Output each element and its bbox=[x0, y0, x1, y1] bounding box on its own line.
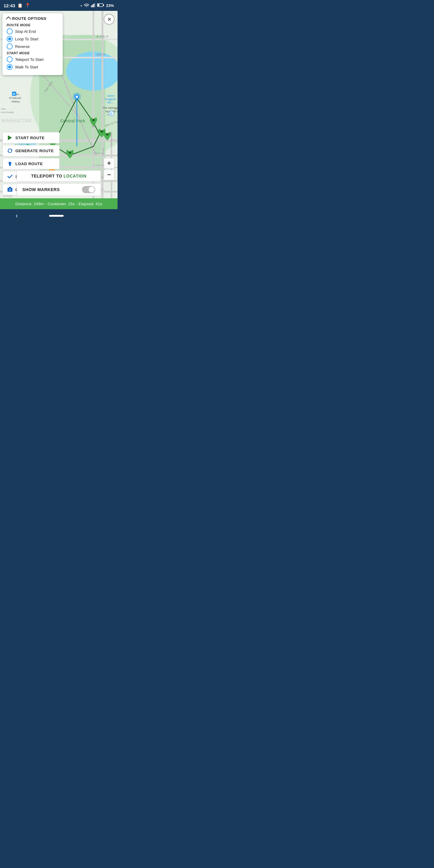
play-triangle-icon bbox=[8, 135, 12, 140]
loop-to-start-radio[interactable] bbox=[7, 36, 13, 42]
wifi-icon bbox=[84, 3, 89, 8]
show-markers-toggle[interactable] bbox=[82, 186, 95, 193]
stop-at-end-radio[interactable] bbox=[7, 28, 13, 34]
svg-point-56 bbox=[92, 119, 95, 121]
svg-text:93rd St: 93rd St bbox=[96, 53, 105, 56]
show-markers-row[interactable]: SHOW MARKERS bbox=[17, 183, 101, 196]
svg-text:E 79th St: E 79th St bbox=[93, 164, 104, 167]
generate-route-label: GENERATE ROUTE bbox=[16, 149, 54, 153]
svg-text:of Natural: of Natural bbox=[9, 96, 21, 99]
svg-point-63 bbox=[109, 111, 114, 116]
walk-to-start-radio[interactable] bbox=[7, 64, 13, 70]
svg-point-54 bbox=[76, 96, 78, 98]
panel-title: ROUTE OPTIONS bbox=[12, 16, 46, 21]
load-route-button[interactable]: LOAD ROUTE bbox=[2, 158, 60, 169]
svg-point-58 bbox=[106, 133, 108, 135]
start-mode-label: START MODE bbox=[7, 51, 59, 55]
svg-rect-0 bbox=[91, 5, 92, 7]
svg-rect-6 bbox=[103, 4, 104, 6]
stop-at-end-option[interactable]: Stop At End bbox=[7, 28, 59, 34]
svg-text:The Metropolitan: The Metropolitan bbox=[102, 106, 118, 110]
route-options-panel: ROUTE OPTIONS ROUTE MODE Stop At End Loo… bbox=[2, 13, 63, 75]
zoom-buttons: + − bbox=[104, 158, 115, 180]
panel-header[interactable]: ROUTE OPTIONS bbox=[7, 16, 59, 21]
teleport-to-start-option[interactable]: Teleport To Start bbox=[7, 56, 59, 62]
svg-rect-70 bbox=[7, 188, 12, 192]
map-container[interactable]: W 94th St 93rd St 86th St E 80th St E 79… bbox=[0, 11, 118, 198]
signal-icon bbox=[91, 3, 95, 8]
notebook-icon: 📋 bbox=[18, 3, 23, 8]
svg-rect-2 bbox=[93, 4, 94, 7]
svg-text:Mu...: Mu... bbox=[107, 101, 113, 104]
loop-to-start-option[interactable]: Loop To Start bbox=[7, 36, 59, 42]
svg-text:Solom: Solom bbox=[107, 94, 115, 97]
walk-to-start-label: Walk To Start bbox=[15, 65, 38, 69]
svg-text:rical Society: rical Society bbox=[1, 111, 14, 114]
radio-inner-dot bbox=[8, 37, 11, 40]
svg-rect-5 bbox=[97, 4, 99, 6]
svg-rect-71 bbox=[9, 187, 11, 188]
load-icon bbox=[7, 161, 13, 167]
svg-text:W 94th St: W 94th St bbox=[96, 35, 108, 38]
battery-icon bbox=[97, 3, 104, 8]
svg-rect-1 bbox=[92, 4, 93, 7]
radio-inner-dot-2 bbox=[8, 65, 11, 68]
reverse-option[interactable]: Reverse bbox=[7, 43, 59, 50]
person-icon: 📍 bbox=[25, 3, 30, 8]
status-bottom-bar: Distance: 249m - Cooldown: 15s - Elapsed… bbox=[0, 198, 118, 209]
svg-text:Guggenh: Guggenh bbox=[105, 98, 116, 101]
generate-route-button[interactable]: GENERATE ROUTE bbox=[2, 145, 60, 156]
svg-text:5th Ave: 5th Ave bbox=[102, 147, 104, 156]
start-route-label: START ROUTE bbox=[16, 135, 44, 140]
show-markers-label: SHOW MARKERS bbox=[22, 187, 60, 192]
walk-to-start-option[interactable]: Walk To Start bbox=[7, 64, 59, 70]
time-display: 12:43 bbox=[4, 3, 15, 8]
teleport-prefix: TELEPORT TO bbox=[31, 174, 64, 179]
svg-point-60 bbox=[69, 151, 71, 154]
status-bar: 12:43 📋 📍 • 23% bbox=[0, 0, 118, 11]
play-icon bbox=[7, 135, 13, 141]
teleport-suffix: LOCATION bbox=[64, 174, 87, 179]
loop-to-start-label: Loop To Start bbox=[15, 37, 38, 41]
teleport-to-start-radio[interactable] bbox=[7, 56, 13, 62]
battery-percent: 23% bbox=[106, 3, 114, 8]
svg-rect-3 bbox=[95, 3, 95, 7]
svg-text:York: York bbox=[1, 107, 6, 110]
map-bottom-buttons: TELEPORT TO LOCATION SHOW MARKERS bbox=[17, 170, 101, 196]
route-mode-label: ROUTE MODE bbox=[7, 23, 59, 27]
chevron-up-icon bbox=[6, 17, 11, 22]
home-pill[interactable] bbox=[49, 215, 64, 217]
save-icon bbox=[7, 174, 13, 180]
trash-icon bbox=[7, 187, 13, 193]
svg-text:MANHATTAN: MANHATTAN bbox=[1, 118, 32, 123]
zoom-out-button[interactable]: − bbox=[104, 169, 115, 180]
stop-at-end-label: Stop At End bbox=[15, 29, 36, 34]
status-text: Distance: 249m - Cooldown: 15s - Elapsed… bbox=[16, 202, 102, 206]
teleport-to-start-label: Teleport To Start bbox=[15, 57, 43, 62]
load-route-label: LOAD ROUTE bbox=[16, 161, 43, 166]
svg-text:History: History bbox=[11, 100, 20, 103]
svg-point-57 bbox=[101, 130, 103, 133]
back-button[interactable]: ‹ bbox=[16, 212, 18, 220]
svg-marker-69 bbox=[8, 161, 12, 166]
generate-icon bbox=[7, 148, 13, 154]
navigation-bar: ‹ bbox=[0, 209, 118, 222]
reverse-label: Reverse bbox=[15, 44, 30, 49]
start-route-button[interactable]: START ROUTE bbox=[2, 132, 60, 144]
close-button[interactable]: ✕ bbox=[104, 14, 115, 25]
svg-point-55 bbox=[92, 126, 95, 127]
svg-text:M: M bbox=[13, 93, 16, 96]
zoom-in-button[interactable]: + bbox=[104, 158, 115, 169]
reverse-radio[interactable] bbox=[7, 43, 13, 50]
teleport-to-location-button[interactable]: TELEPORT TO LOCATION bbox=[17, 170, 101, 182]
dot-indicator: • bbox=[81, 3, 82, 8]
